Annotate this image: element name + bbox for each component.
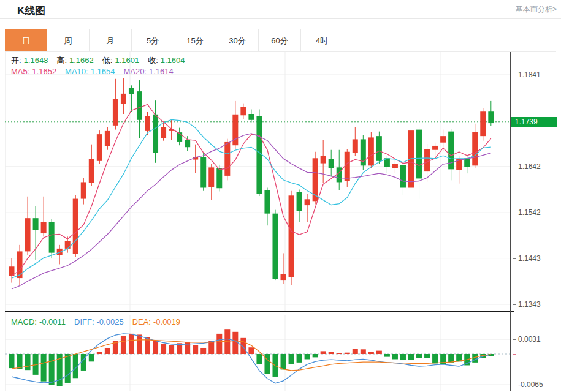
price-axis-label-tick <box>513 258 516 259</box>
price-axis-label: 1.1443 <box>518 254 541 263</box>
info-value: 1.1604 <box>161 56 185 65</box>
info-value: 1.1614 <box>149 67 174 76</box>
tab-15min[interactable]: 15分 <box>174 29 216 51</box>
macd-info-line: MACD:-0.0011DIFF:-0.0025DEA:-0.0019 <box>11 317 189 326</box>
fundamental-analysis-link[interactable]: 基本面分析> <box>516 4 557 15</box>
price-axis-label-tick <box>513 167 516 167</box>
info-label: 收: <box>148 56 158 65</box>
info-label: MACD: <box>11 317 37 326</box>
info-label: 高: <box>56 56 67 65</box>
info-value: -0.0011 <box>39 317 66 326</box>
page-title: K线图 <box>17 4 45 18</box>
tab-month[interactable]: 月 <box>90 29 132 51</box>
macd-chart[interactable] <box>5 315 510 391</box>
info-label: DIFF: <box>74 317 94 326</box>
macd-zero-tick <box>513 354 516 355</box>
macd-axis-label: 0.0031 <box>518 335 541 344</box>
info-value: -0.0025 <box>97 317 124 326</box>
macd-axis-label-tick <box>513 339 516 340</box>
info-value: 1.1662 <box>69 56 94 65</box>
info-value: 1.1648 <box>24 56 48 65</box>
price-axis-label-tick <box>513 75 516 75</box>
candlestick-chart[interactable] <box>5 52 510 312</box>
tab-30min[interactable]: 30分 <box>216 29 259 51</box>
price-axis-label: 1.1841 <box>518 70 541 79</box>
macd-axis-label-tick <box>513 385 516 385</box>
price-axis-line <box>510 52 511 391</box>
info-label: MA10: <box>65 67 88 76</box>
tab-day[interactable]: 日 <box>5 29 47 51</box>
price-axis-label: 1.1542 <box>518 208 541 217</box>
info-value: -0.0019 <box>153 317 180 326</box>
price-axis-label-tick <box>513 213 516 213</box>
info-label: MA5: <box>11 67 29 76</box>
tab-4hour[interactable]: 4时 <box>301 29 343 51</box>
current-price-tag: 1.1739 <box>511 117 557 127</box>
info-value: 1.1654 <box>91 67 115 76</box>
info-label: MA20: <box>123 67 147 76</box>
price-axis-label: 1.1343 <box>518 300 541 309</box>
price-axis-label: 1.1642 <box>518 162 541 171</box>
panel-divider <box>5 314 514 314</box>
tab-week[interactable]: 周 <box>47 29 90 51</box>
main-panel-bottom-border <box>5 311 514 312</box>
info-label: 开: <box>11 56 21 65</box>
macd-panel-bottom-border <box>5 391 514 391</box>
tab-5min[interactable]: 5分 <box>132 29 174 51</box>
macd-axis-label: -0.0065 <box>518 380 543 389</box>
ohlc-info-line: 开:1.1648高:1.1662低:1.1601收:1.1604 <box>11 55 194 66</box>
title-divider <box>0 18 561 19</box>
tab-60min[interactable]: 60分 <box>259 29 301 51</box>
info-label: 低: <box>102 56 113 65</box>
info-label: DEA: <box>132 317 151 326</box>
ma-info-line: MA5:1.1652MA10:1.1654MA20:1.1614 <box>11 67 182 76</box>
price-axis-label-tick <box>513 304 516 305</box>
info-value: 1.1652 <box>32 67 56 76</box>
period-tabbar: 日周月5分15分30分60分4时 <box>5 29 343 51</box>
info-value: 1.1601 <box>115 56 139 65</box>
